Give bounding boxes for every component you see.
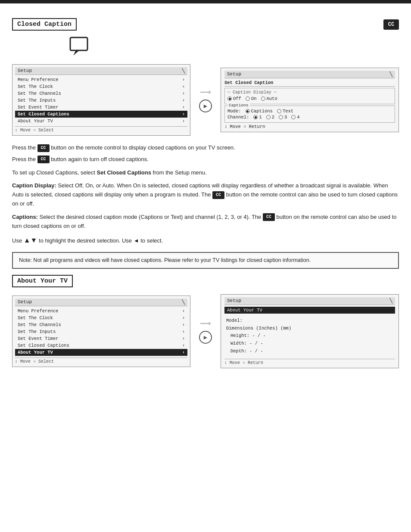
radio-ch4: 4 [291, 115, 299, 120]
menu-item-event-timer: Set Event Timer› [15, 104, 187, 111]
instr-1: Press the CC button on the remote contro… [12, 143, 399, 152]
radio-dot-ch1 [253, 115, 258, 119]
about-depth: Depth: - / - [226, 348, 393, 355]
closed-caption-title: Closed Caption [12, 18, 77, 31]
about-arrow-circle: ► [199, 331, 212, 344]
about-menu-closed-captions: Set Closed Captions› [15, 342, 187, 349]
about-right-subtitle: About Your TV [224, 307, 395, 314]
cc-captions-instructions: Captions: Select the desired closed capt… [12, 213, 399, 231]
menu-item-about: About Your TV› [15, 118, 187, 124]
caption-display-options: Off On Auto [227, 96, 392, 101]
menu-item-inputs: Set The Inputs› [15, 97, 187, 104]
about-arrow-divider: ⟶ ► [199, 319, 212, 344]
radio-text: Text [277, 109, 293, 114]
cc-instructions: Press the CC button on the remote contro… [12, 143, 399, 164]
about-menu-inputs: Set The Inputs› [15, 328, 187, 335]
about-menu-footer: ↕ Move ○ Select [15, 358, 187, 364]
radio-captions: Captions [246, 109, 273, 114]
cc-inline-3: CC [212, 191, 224, 199]
cc-setup-instructions: To set up Closed Captions, select Set Cl… [12, 168, 399, 177]
about-menu-about-tv: About Your TV› [15, 349, 187, 356]
closed-caption-section: Closed Caption CC Setup ╲ [12, 18, 399, 246]
cc-header-row: Closed Caption CC [12, 18, 399, 31]
about-screen-footer: ↕ Move ○ Return [224, 359, 395, 365]
caption-display-section: ─ Caption Display ─ Off On [224, 88, 395, 104]
speech-bubble-icon [68, 36, 92, 57]
arrow-circle: ► [199, 100, 212, 112]
menu-item-channels: Set The Channels› [15, 90, 187, 97]
menu-footer-left: ↕ Move ○ Select [15, 126, 187, 133]
radio-off: Off [227, 96, 241, 101]
about-menu-event-timer: Set Event Timer› [15, 335, 187, 342]
instr-3: To set up Closed Captions, select Set Cl… [12, 168, 399, 177]
radio-dot-on [246, 96, 250, 101]
cc-inline-4: CC [263, 213, 275, 221]
about-menu-preference: Menu Preference› [15, 308, 187, 314]
arrow-left-icon: ◄ [134, 237, 139, 244]
about-right-title: Setup ╲ [224, 297, 395, 305]
about-model: Model: [226, 317, 393, 325]
about-width: Width: - / - [226, 340, 393, 348]
radio-auto: Auto [261, 96, 277, 101]
about-header-row: About Your TV [12, 275, 399, 287]
radio-dot-text [277, 109, 281, 113]
radio-dot-ch3 [279, 115, 283, 119]
channel-row: Channel: 1 2 3 [227, 115, 392, 120]
caption-display-label: ─ Caption Display ─ [227, 90, 392, 95]
instr-4: Caption Display: Select Off, On, or Auto… [12, 181, 399, 208]
mode-row: Mode: Captions Text [227, 109, 392, 114]
note-text: Note: Not all programs and videos will h… [19, 257, 311, 263]
nav-instr: Use ▲▼ to highlight the desired selectio… [12, 235, 399, 246]
menu-item-closed-captions: Set Closed Captions› [15, 111, 187, 118]
setup-title-left: Setup ╲ [15, 67, 187, 75]
menu-item-clock: Set The Clock› [15, 83, 187, 90]
radio-ch1: 1 [253, 115, 262, 120]
about-screen-right: Setup ╲ About Your TV Model: Dimensions … [221, 294, 399, 368]
about-info: Model: Dimensions (Inches) (mm) Height: … [224, 316, 395, 356]
instr-5: Captions: Select the desired closed capt… [12, 213, 399, 231]
about-section: About Your TV Setup ╲ Menu Preference› S… [12, 275, 399, 368]
caption-screen-footer: ↕ Move ○ Return [224, 124, 395, 129]
about-menu-channels: Set The Channels› [15, 321, 187, 328]
caption-screen-right: Setup ╲ Set Closed Caption ─ Caption Dis… [221, 68, 399, 132]
captions-group-label: Captions [227, 103, 250, 108]
cc-screen-title: Setup ╲ [224, 71, 395, 78]
radio-ch3: 3 [279, 115, 287, 120]
about-dimensions: Dimensions (Inches) (mm) [226, 325, 393, 333]
about-screens-row: Setup ╲ Menu Preference› Set The Clock› … [12, 294, 399, 368]
radio-on: On [246, 96, 257, 101]
arrow-divider: ⟶ ► [199, 87, 212, 112]
radio-dot-ch2 [266, 115, 271, 119]
about-title: About Your TV [12, 275, 73, 287]
captions-group: Captions Mode: Captions Text [224, 106, 395, 123]
cc-inline-1: CC [37, 144, 50, 152]
cc-display-instructions: Caption Display: Select Off, On, or Auto… [12, 181, 399, 208]
nav-instructions: Use ▲▼ to highlight the desired selectio… [12, 235, 399, 246]
note-box: Note: Not all programs and videos will h… [12, 252, 399, 269]
radio-dot-off [227, 96, 232, 101]
top-bar [0, 0, 411, 3]
radio-dot-captions [246, 109, 250, 113]
instr-2: Press the CC button again to turn off cl… [12, 155, 399, 164]
svg-rect-0 [70, 37, 87, 50]
cc-screen-subtitle: Set Closed Caption [224, 80, 395, 87]
about-height: Height: - / - [226, 332, 393, 340]
radio-dot-ch4 [291, 115, 296, 119]
cc-inline-2: CC [37, 156, 50, 163]
about-menu-clock: Set The Clock› [15, 314, 187, 321]
arrow-updown-icon: ▲▼ [24, 236, 37, 244]
setup-menu-left: Setup ╲ Menu Preference› Set The Clock› … [12, 64, 190, 136]
radio-dot-auto [261, 96, 265, 101]
radio-ch2: 2 [266, 115, 274, 120]
menu-item-menu-preference: Menu Preference› [15, 76, 187, 83]
about-setup-title: Setup ╲ [15, 299, 187, 306]
about-setup-menu-left: Setup ╲ Menu Preference› Set The Clock› … [12, 296, 190, 367]
svg-marker-1 [73, 50, 79, 56]
screens-row: Setup ╲ Menu Preference› Set The Clock› … [12, 64, 399, 136]
cc-badge-top: CC [383, 19, 399, 30]
